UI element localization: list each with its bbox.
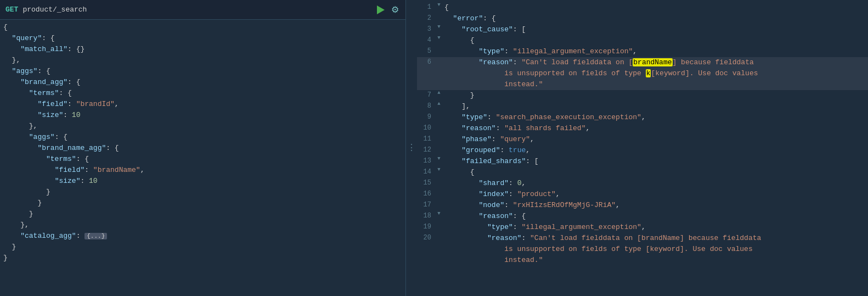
response-line-8: 8 ▲ ], [417,101,868,112]
line-number: 19 [420,222,436,231]
pane-divider[interactable]: ⋮ [406,0,417,296]
code-line-8: "field": "brandId", [0,99,405,110]
code-line-5: "aggs": { [0,66,405,77]
line-number: 8 [420,101,436,110]
response-line-9: 9 "type": "search_phase_execution_except… [417,112,868,123]
fold-arrow[interactable]: ▼ [436,211,442,216]
fold-arrow[interactable]: ▼ [436,2,442,8]
right-response-pane: 1 ▼ { 2 "error": { 3 ▼ "root_cause": [ [417,0,868,296]
response-line-15: 15 "shard": 0, [417,178,868,189]
code-line-22: } [0,253,405,264]
line-number: 5 [420,46,436,55]
code-line-18: } [0,209,405,220]
line-number: 7 [420,90,436,99]
response-line-17: 17 "node": "rxHI1zsERdOfMgMjG-JRiA", [417,200,868,211]
line-number: 1 [420,2,436,11]
response-line-5: 5 "type": "illegal_argument_exception", [417,46,868,57]
left-toolbar: GET product/_search ⚙ [0,0,405,20]
line-number: 14 [420,167,436,176]
response-line-12: 12 "grouped": true, [417,145,868,156]
line-number: 16 [420,189,436,198]
line-number: 12 [420,145,436,154]
response-line-7: 7 ▲ } [417,90,868,101]
line-number: 2 [420,13,436,22]
left-code-editor[interactable]: { "query": { "match_all": {} }, "aggs": … [0,20,405,296]
code-line-19: }, [0,220,405,231]
response-line-1: 1 ▼ { [417,2,868,13]
fold-arrow[interactable]: ▼ [436,24,442,30]
code-line-6: "brand_agg": { [0,77,405,88]
code-line-14: "field": "brandName", [0,165,405,176]
response-line-10: 10 "reason": "all shards failed", [417,123,868,134]
code-line-2: "query": { [0,33,405,44]
line-number: 17 [420,200,436,209]
play-icon [377,5,385,14]
response-line-6: 6 "reason": "Can't load fielddata on [br… [417,57,868,90]
fold-arrow[interactable]: ▲ [436,90,442,96]
fold-arrow[interactable]: ▼ [436,167,442,172]
code-line-20: "catalog_agg": {...} [0,231,405,242]
line-number: 9 [420,112,436,121]
code-line-13: "terms": { [0,154,405,165]
line-number: 18 [420,211,436,220]
line-number: 6 [420,57,436,66]
wrench-icon: ⚙ [391,4,399,15]
response-line-16: 16 "index": "product", [417,189,868,200]
http-method: GET [5,5,18,14]
code-line-11: "aggs": { [0,132,405,143]
code-line-12: "brand_name_agg": { [0,143,405,154]
response-line-3: 3 ▼ "root_cause": [ [417,24,868,35]
code-line-17: } [0,198,405,209]
divider-handle: ⋮ [407,144,416,153]
line-number: 10 [420,123,436,132]
response-line-11: 11 "phase": "query", [417,134,868,145]
response-line-18: 18 ▼ "reason": { [417,211,868,222]
line-number: 3 [420,24,436,33]
code-line-9: "size": 10 [0,110,405,121]
response-line-20: 20 "reason": "Can't load fielddata on [b… [417,233,868,266]
line-number: 11 [420,134,436,143]
code-line-16: } [0,187,405,198]
code-line-15: "size": 10 [0,176,405,187]
request-url[interactable]: product/_search [22,5,371,14]
code-line-3: "match_all": {} [0,44,405,55]
fold-arrow[interactable]: ▲ [436,101,442,107]
left-editor-pane: GET product/_search ⚙ { "query": { "matc… [0,0,406,296]
response-line-14: 14 ▼ { [417,167,868,178]
run-button[interactable] [376,4,386,15]
code-line-10: }, [0,121,405,132]
line-number: 13 [420,156,436,165]
fold-arrow[interactable]: ▼ [436,156,442,161]
response-line-13: 13 ▼ "failed_shards": [ [417,156,868,167]
response-line-19: 19 "type": "illegal_argument_exception", [417,222,868,233]
line-number: 15 [420,178,436,187]
settings-button[interactable]: ⚙ [390,3,400,16]
line-number: 4 [420,35,436,44]
response-line-4: 4 ▼ { [417,35,868,46]
line-number: 20 [420,233,436,242]
fold-arrow[interactable]: ▼ [436,35,442,41]
code-line-7: "terms": { [0,88,405,99]
code-line-21: } [0,242,405,253]
response-line-2: 2 "error": { [417,13,868,24]
right-code-viewer[interactable]: 1 ▼ { 2 "error": { 3 ▼ "root_cause": [ [417,0,868,296]
code-line-4: }, [0,55,405,66]
code-line-1: { [0,22,405,33]
